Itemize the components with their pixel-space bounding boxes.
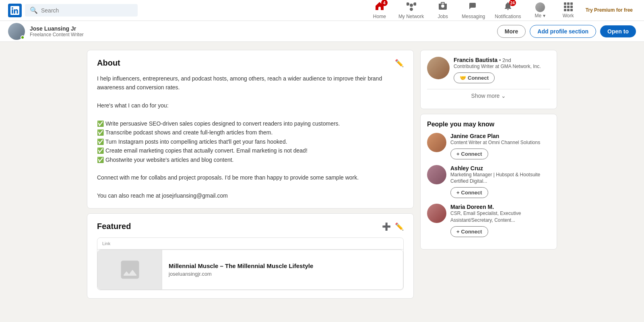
chevron-down-icon: ⌄ <box>501 93 506 99</box>
search-input[interactable] <box>41 7 133 14</box>
about-edit-icon[interactable]: ✏️ <box>395 59 404 68</box>
people-you-may-know-card: People you may know Janine Grace Plan Co… <box>420 114 557 250</box>
left-column: About ✏️ I help influencers, entrepreneu… <box>87 50 414 299</box>
more-button[interactable]: More <box>497 25 526 38</box>
featured-card: Featured ➕ ✏️ Link Millennial Muscle – T… <box>87 213 414 299</box>
me-avatar <box>535 2 545 12</box>
work-grid-icon <box>564 2 573 11</box>
navbar: 🔍 4 Home My Network Jobs <box>0 0 644 21</box>
home-badge: 4 <box>381 0 388 6</box>
ashley-title: Marketing Manager | Hubspot & Hootsuite … <box>450 171 550 185</box>
notifications-badge: 24 <box>509 0 516 6</box>
featured-title: Featured <box>97 222 131 231</box>
featured-article-url: joseluansingjr.com <box>169 271 313 277</box>
janine-name: Janine Grace Plan <box>450 133 550 139</box>
featured-image <box>98 250 162 289</box>
open-to-button[interactable]: Open to <box>600 25 636 37</box>
nav-network[interactable]: My Network <box>394 0 429 21</box>
janine-avatar <box>427 133 446 152</box>
profile-bar-actions: More Add profile section Open to <box>497 25 636 38</box>
about-title: About <box>97 58 120 68</box>
search-icon: 🔍 <box>30 6 38 14</box>
search-bar[interactable]: 🔍 <box>25 4 138 17</box>
maria-connect-icon: + <box>456 229 460 235</box>
ashley-info: Ashley Cruz Marketing Manager | Hubspot … <box>450 165 550 198</box>
network-label: My Network <box>398 14 424 19</box>
nav-home[interactable]: 4 Home <box>365 0 394 21</box>
me-label: Me ▾ <box>535 13 545 19</box>
jobs-icon <box>438 1 448 13</box>
add-profile-section-button[interactable]: Add profile section <box>530 25 596 38</box>
ashley-connect-button[interactable]: + Connect <box>450 187 488 198</box>
ashley-name: Ashley Cruz <box>450 165 550 171</box>
maria-info: Maria Doreen M. CSR, Email Specialist, E… <box>450 204 550 237</box>
show-more-label: Show more <box>471 93 500 99</box>
messaging-label: Messaging <box>462 14 485 19</box>
francis-info: Francis Bautista • 2nd Contributing Writ… <box>454 57 550 83</box>
francis-name: Francis Bautista <box>454 57 497 63</box>
featured-link-label: Link <box>97 238 403 250</box>
featured-header: Featured ➕ ✏️ <box>97 222 404 231</box>
home-label: Home <box>373 14 386 19</box>
featured-article-content: Millennial Muscle – The Millennial Muscl… <box>162 250 320 289</box>
messaging-icon <box>469 1 478 13</box>
featured-link-card[interactable]: Link Millennial Muscle – The Millennial … <box>97 237 404 290</box>
profile-bar-info: Jose Luansing Jr Freelance Content Write… <box>30 25 492 37</box>
connections-card: Francis Bautista • 2nd Contributing Writ… <box>420 50 557 109</box>
francis-avatar <box>427 57 450 79</box>
notifications-icon: 24 <box>503 1 513 13</box>
work-label: Work <box>563 13 574 19</box>
nav-messaging[interactable]: Messaging <box>457 0 490 21</box>
profile-name: Jose Luansing Jr <box>30 25 492 32</box>
francis-connect-button[interactable]: 🤝 Connect <box>454 72 495 83</box>
about-card: About ✏️ I help influencers, entrepreneu… <box>87 50 414 208</box>
ashley-avatar <box>427 165 446 184</box>
featured-link-inner: Millennial Muscle – The Millennial Muscl… <box>97 250 403 290</box>
francis-degree: • 2nd <box>499 57 511 63</box>
maria-connect-button[interactable]: + Connect <box>450 226 488 237</box>
maria-item: Maria Doreen M. CSR, Email Specialist, E… <box>427 204 550 237</box>
janine-connect-button[interactable]: + Connect <box>450 149 488 159</box>
about-content: I help influencers, entrepreneurs, and p… <box>97 74 404 200</box>
people-you-may-know-title: People you may know <box>427 121 550 128</box>
network-icon <box>407 1 416 13</box>
ashley-item: Ashley Cruz Marketing Manager | Hubspot … <box>427 165 550 198</box>
online-indicator <box>21 35 25 39</box>
profile-bar: Jose Luansing Jr Freelance Content Write… <box>0 21 644 42</box>
show-more-button[interactable]: Show more ⌄ <box>427 89 550 102</box>
janine-item: Janine Grace Plan Content Writer at Omni… <box>427 133 550 159</box>
janine-title: Content Writer at Omni Channel Solutions <box>450 139 550 146</box>
ashley-connect-icon: + <box>456 190 460 196</box>
home-icon: 4 <box>375 1 384 13</box>
francis-title: Contributing Writer at GMA Network, Inc. <box>454 63 550 70</box>
janine-info: Janine Grace Plan Content Writer at Omni… <box>450 133 550 159</box>
nav-me[interactable]: Me ▾ <box>526 0 554 21</box>
connect-plus-icon: 🤝 <box>460 75 466 81</box>
about-card-header: About ✏️ <box>97 58 404 68</box>
jobs-label: Jobs <box>438 14 448 19</box>
premium-link[interactable]: Try Premium for free <box>582 7 636 13</box>
maria-name: Maria Doreen M. <box>450 204 550 210</box>
nav-work[interactable]: Work <box>554 0 582 21</box>
linkedin-logo[interactable] <box>8 4 22 17</box>
nav-items: 4 Home My Network Jobs Messaging <box>365 0 636 21</box>
maria-avatar <box>427 204 446 223</box>
nav-notifications[interactable]: 24 Notifications <box>490 0 526 21</box>
featured-actions: ➕ ✏️ <box>382 222 404 231</box>
maria-title: CSR, Email Specialist, Executive Assista… <box>450 210 550 224</box>
right-column: Francis Bautista • 2nd Contributing Writ… <box>420 50 557 299</box>
featured-add-icon[interactable]: ➕ <box>382 222 391 231</box>
featured-edit-icon[interactable]: ✏️ <box>395 222 404 231</box>
featured-article-title: Millennial Muscle – The Millennial Muscl… <box>169 262 313 269</box>
francis-item: Francis Bautista • 2nd Contributing Writ… <box>427 57 550 83</box>
janine-connect-icon: + <box>456 151 460 157</box>
profile-avatar <box>8 23 25 40</box>
profile-title: Freelance Content Writer <box>30 32 492 37</box>
main-layout: About ✏️ I help influencers, entrepreneu… <box>80 42 564 307</box>
nav-jobs[interactable]: Jobs <box>429 0 457 21</box>
notifications-label: Notifications <box>495 14 521 19</box>
